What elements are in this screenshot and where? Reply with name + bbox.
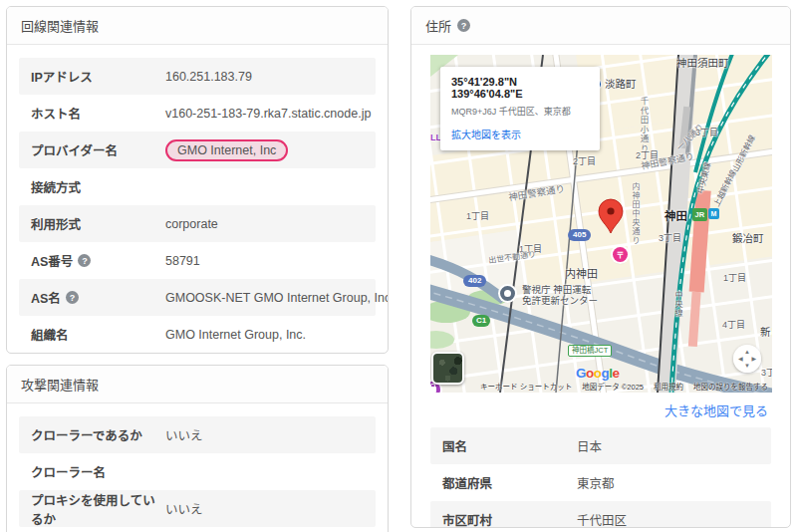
- map-label: 淡路町: [605, 76, 637, 91]
- jr-line-badge: JR: [692, 208, 707, 221]
- google-logo: Google: [576, 366, 620, 381]
- row-label: 都道府県: [442, 473, 577, 492]
- plus-code-text: MQR9+J6J 千代田区、東京都: [451, 105, 589, 118]
- view-larger-map-link[interactable]: 大きな地図で見る: [430, 393, 771, 424]
- kandabashi-jct-badge: 神田橋JCT: [568, 345, 612, 357]
- as-number-value: 58791: [165, 254, 200, 268]
- map-label-kanda-station: 神田: [664, 207, 687, 223]
- address-card-title: 住所: [425, 16, 451, 35]
- row-label: 組織名: [31, 325, 165, 344]
- help-icon[interactable]: ?: [78, 254, 91, 267]
- row-label: プロキシを使用しているか: [31, 490, 165, 528]
- map-info-window: 35°41'29.8"N 139°46'04.8"E MQR9+J6J 千代田区…: [440, 67, 600, 150]
- c1-expressway-badge: C1: [472, 315, 490, 327]
- map-label: 鍛冶町: [732, 230, 764, 245]
- map-label: 4丁目: [722, 318, 745, 331]
- row-label: 国名: [442, 436, 577, 455]
- row-label: AS番号 ?: [31, 251, 165, 270]
- map-label: 新日: [760, 324, 772, 339]
- map-label: 3丁目: [695, 126, 718, 138]
- map-label: 1丁目: [723, 271, 746, 284]
- city-value: 千代田区: [577, 510, 627, 528]
- help-icon[interactable]: ?: [66, 291, 79, 304]
- row-label: ホスト名: [31, 104, 165, 123]
- row-label: 接続方式: [31, 177, 165, 196]
- row-label: プロバイダー名: [31, 140, 165, 159]
- table-row: プロキシを使用しているか いいえ: [19, 490, 376, 527]
- table-row: 組織名 GMO Internet Group, Inc.: [19, 316, 376, 353]
- map-label: 中央線: [672, 291, 683, 318]
- prefecture-value: 東京都: [577, 473, 615, 492]
- map-label: 千代田小通り: [638, 97, 650, 153]
- route-402-badge: 402: [463, 275, 486, 287]
- attack-info-card-title: 攻撃関連情報: [7, 366, 388, 403]
- provider-highlight-annotation: GMO Internet, Inc: [165, 139, 288, 161]
- table-row: AS番号 ? 58791: [19, 242, 376, 279]
- terms-link[interactable]: 利用規約: [654, 381, 683, 392]
- map-label: 2丁目: [573, 154, 596, 167]
- is-crawler-value: いいえ: [165, 425, 203, 444]
- tokyo-metro-badge: M: [708, 208, 719, 219]
- row-label: 市区町村: [442, 510, 577, 528]
- map-data-text: 地図データ ©2025: [582, 381, 644, 392]
- org-name-value: GMO Internet Group, Inc.: [165, 328, 306, 342]
- pan-compass-control[interactable]: ▲▼◀▶: [733, 345, 761, 373]
- row-label: IPアドレス: [31, 67, 165, 86]
- ip-address-value: 160.251.183.79: [165, 70, 252, 84]
- map-label: 3丁目: [659, 231, 681, 244]
- table-row: クローラー名: [19, 453, 376, 490]
- map-label: 神田須田町: [676, 55, 729, 70]
- table-row: 利用形式 corporate: [19, 205, 376, 242]
- hostname-value: v160-251-183-79.rka7.static.cnode.jp: [165, 107, 371, 121]
- row-label: 利用形式: [31, 214, 165, 233]
- post-office-icon[interactable]: 〒: [613, 247, 628, 262]
- table-row: 国名 日本: [430, 427, 771, 464]
- route-405-badge: 405: [568, 229, 591, 241]
- table-row: 接続方式: [19, 168, 376, 205]
- row-label: クローラーであるか: [31, 425, 165, 444]
- table-row: クローラーであるか いいえ: [19, 416, 376, 453]
- table-row: プロバイダー名 GMO Internet, Inc: [19, 132, 376, 168]
- map-label: 免許更新センター: [522, 293, 598, 307]
- table-row: ホスト名 v160-251-183-79.rka7.static.cnode.j…: [19, 95, 376, 132]
- report-error-link[interactable]: 地図の誤りを報告する: [693, 381, 768, 392]
- attack-info-card: 攻撃関連情報 クローラーであるか いいえ クローラー名 プロキシを使用しているか…: [6, 365, 389, 532]
- row-label: クローラー名: [31, 462, 165, 481]
- table-row: IPアドレス 160.251.183.79: [19, 58, 376, 95]
- line-info-card: 回線関連情報 IPアドレス 160.251.183.79 ホスト名 v160-2…: [6, 6, 389, 354]
- line-info-card-title: 回線関連情報: [7, 7, 388, 45]
- uses-proxy-value: いいえ: [165, 499, 203, 518]
- police-center-icon[interactable]: [500, 286, 515, 301]
- map-attribution: キーボード ショートカット 地図データ ©2025 利用規約 地図の誤りを報告す…: [430, 381, 768, 392]
- google-map-embed[interactable]: 35°41'29.8"N 139°46'04.8"E MQR9+J6J 千代田区…: [430, 55, 772, 393]
- map-label: 3丁: [761, 366, 772, 379]
- help-icon[interactable]: ?: [457, 19, 470, 32]
- map-label: 内神田中央通り: [630, 182, 641, 245]
- usage-type-value: corporate: [165, 217, 218, 231]
- as-name-value: GMOOSK-NET GMO Internet Group, Inc.: [165, 291, 389, 305]
- table-row: AS名 ? GMOOSK-NET GMO Internet Group, Inc…: [19, 279, 376, 316]
- keyboard-shortcuts-link[interactable]: キーボード ショートカット: [480, 381, 572, 392]
- coordinates-text: 35°41'29.8"N 139°46'04.8"E: [451, 76, 589, 100]
- row-label: AS名 ?: [31, 288, 165, 307]
- address-card: 住所 ?: [410, 6, 791, 528]
- country-value: 日本: [577, 436, 602, 455]
- map-label: 内神田: [565, 265, 598, 281]
- table-row: 市区町村 千代田区: [430, 501, 771, 528]
- map-label: 1丁目: [466, 209, 489, 222]
- satellite-view-toggle[interactable]: [431, 352, 464, 385]
- expand-map-link[interactable]: 拡大地図を表示: [451, 127, 589, 141]
- table-row: 都道府県 東京都: [430, 464, 771, 501]
